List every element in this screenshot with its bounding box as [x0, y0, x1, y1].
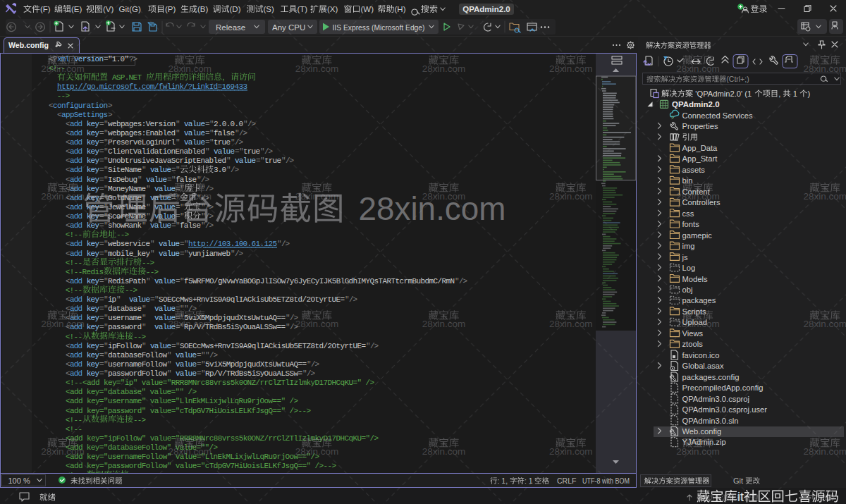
- svg-text:28xin.com: 28xin.com: [359, 191, 506, 227]
- svg-text:it: it: [737, 490, 744, 504]
- svg-text:28xin.com: 28xin.com: [803, 319, 846, 329]
- svg-text:28xin.com: 28xin.com: [168, 446, 212, 457]
- svg-text:28xin.com: 28xin.com: [41, 191, 85, 202]
- svg-text:28xin.com: 28xin.com: [676, 191, 720, 202]
- svg-text:28xin.com: 28xin.com: [295, 446, 339, 457]
- svg-text:28xin.com: 28xin.com: [41, 446, 85, 457]
- svg-text:28xin.com: 28xin.com: [676, 446, 720, 457]
- svg-text:28xin.com: 28xin.com: [168, 63, 212, 74]
- svg-text:28xin.com: 28xin.com: [803, 191, 846, 202]
- svg-text:28xin.com: 28xin.com: [803, 63, 846, 74]
- svg-text:28xin.com: 28xin.com: [422, 63, 466, 74]
- svg-text:28xin.com: 28xin.com: [676, 63, 720, 74]
- svg-text:28xin.com: 28xin.com: [295, 63, 339, 74]
- svg-text:28xin.com: 28xin.com: [549, 319, 593, 329]
- svg-text:28xin.com: 28xin.com: [422, 319, 466, 329]
- svg-text:28xin.com: 28xin.com: [803, 446, 846, 457]
- svg-text:28xin.com: 28xin.com: [41, 63, 85, 74]
- svg-text:28xin.com: 28xin.com: [295, 319, 339, 329]
- svg-text:28xin.com: 28xin.com: [676, 319, 720, 329]
- svg-text:28xin.com: 28xin.com: [422, 446, 466, 457]
- svg-text:28xin.com: 28xin.com: [41, 319, 85, 329]
- svg-text:28xin.com: 28xin.com: [549, 191, 593, 202]
- svg-text:28xin.com: 28xin.com: [549, 63, 593, 74]
- svg-text:28xin.com: 28xin.com: [168, 319, 212, 329]
- svg-text:28xin.com: 28xin.com: [549, 446, 593, 457]
